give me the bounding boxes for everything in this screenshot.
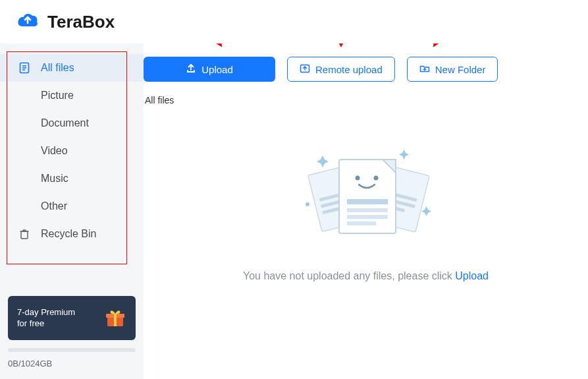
svg-rect-4 <box>21 231 28 239</box>
sidebar-item-video[interactable]: Video <box>0 137 144 165</box>
svg-line-12 <box>194 44 221 45</box>
main-content: Upload Remote upload New Folder All file… <box>144 44 588 379</box>
file-icon <box>18 62 30 74</box>
sidebar-item-label: Picture <box>41 90 74 102</box>
breadcrumb[interactable]: All files <box>144 95 588 105</box>
new-folder-button[interactable]: New Folder <box>407 57 498 82</box>
sidebar: All files Picture Document Video Music O… <box>0 44 144 379</box>
sidebar-item-label: Music <box>41 173 68 185</box>
sidebar-item-label: Recycle Bin <box>41 228 96 240</box>
sidebar-item-recycle-bin[interactable]: Recycle Bin <box>0 220 144 248</box>
premium-line2: for free <box>17 318 75 330</box>
svg-point-29 <box>373 176 378 181</box>
upload-icon <box>186 63 196 76</box>
empty-text-left: You have not uploaded any files, please … <box>243 270 455 281</box>
sidebar-item-picture[interactable]: Picture <box>0 82 144 109</box>
svg-rect-32 <box>347 215 388 219</box>
svg-rect-30 <box>347 199 388 204</box>
remote-upload-label: Remote upload <box>315 64 383 75</box>
svg-point-28 <box>355 176 360 181</box>
sidebar-item-label: All files <box>41 62 74 74</box>
app-header: TeraBox <box>0 0 588 44</box>
sidebar-item-label: Video <box>41 145 68 157</box>
annotation-arrow-upload <box>191 44 230 55</box>
breadcrumb-path: All files <box>145 95 174 105</box>
new-folder-icon <box>419 63 430 76</box>
sidebar-item-label: Other <box>41 200 67 212</box>
remote-upload-icon <box>300 63 310 76</box>
trash-icon <box>18 228 30 240</box>
premium-line1: 7-day Premium <box>17 306 75 318</box>
empty-state: You have not uploaded any files, please … <box>144 144 588 282</box>
premium-card[interactable]: 7-day Premium for free <box>8 296 136 340</box>
toolbar: Upload Remote upload New Folder <box>144 57 588 82</box>
empty-upload-link[interactable]: Upload <box>455 270 489 281</box>
annotation-arrow-remote <box>325 44 358 55</box>
svg-point-18 <box>306 202 309 206</box>
sidebar-item-other[interactable]: Other <box>0 192 144 220</box>
gift-icon <box>104 306 126 329</box>
annotation-arrow-new-folder <box>427 44 466 55</box>
svg-rect-33 <box>347 221 376 225</box>
cloud-logo-icon <box>16 12 40 32</box>
svg-line-14 <box>435 44 460 45</box>
svg-rect-11 <box>114 314 117 326</box>
upload-label: Upload <box>201 64 233 75</box>
empty-illustration <box>297 144 435 252</box>
remote-upload-button[interactable]: Remote upload <box>287 57 395 82</box>
upload-button[interactable]: Upload <box>144 57 275 82</box>
sidebar-item-music[interactable]: Music <box>0 165 144 192</box>
app-title: TeraBox <box>47 12 115 32</box>
sidebar-nav: All files Picture Document Video Music O… <box>0 46 144 248</box>
sidebar-item-label: Document <box>41 117 89 129</box>
sidebar-item-document[interactable]: Document <box>0 109 144 137</box>
storage-progress <box>8 348 136 352</box>
storage-text: 0B/1024GB <box>8 359 136 368</box>
sidebar-item-all-files[interactable]: All files <box>0 54 144 82</box>
svg-rect-31 <box>347 208 388 212</box>
new-folder-label: New Folder <box>435 64 486 75</box>
